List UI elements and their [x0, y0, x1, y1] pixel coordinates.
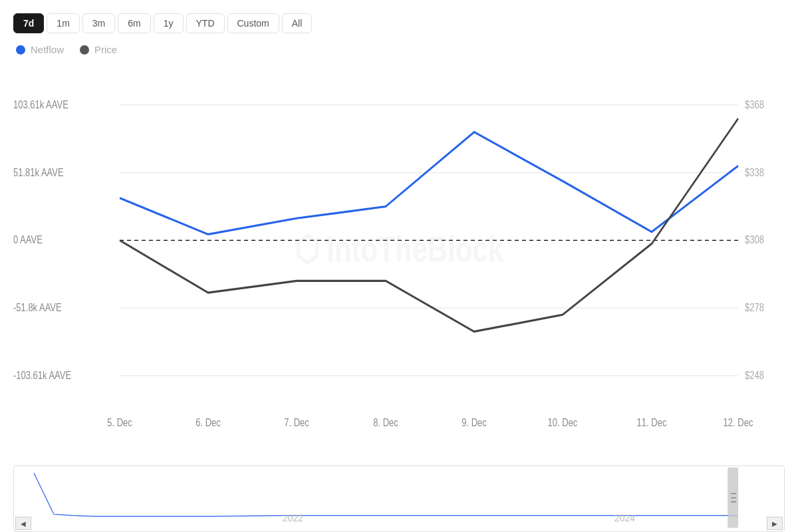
svg-text:12. Dec: 12. Dec	[724, 417, 753, 429]
svg-text:9. Dec: 9. Dec	[462, 417, 487, 429]
legend-item-netflow: Netflow	[16, 44, 64, 55]
svg-text:51.81k AAVE: 51.81k AAVE	[13, 166, 64, 178]
mini-chart: 2022 2024 ◀ ▶	[13, 466, 785, 532]
time-btn-7d[interactable]: 7d	[13, 13, 44, 33]
time-btn-3m[interactable]: 3m	[82, 13, 115, 33]
svg-text:⬡ IntoTheBlock: ⬡ IntoTheBlock	[295, 229, 504, 269]
svg-text:2024: 2024	[614, 512, 635, 523]
legend-label-price: Price	[94, 44, 117, 55]
price-line	[120, 118, 738, 331]
mini-chart-svg: 2022 2024	[14, 466, 784, 531]
svg-text:-51.8k AAVE: -51.8k AAVE	[13, 302, 62, 314]
chart-legend: NetflowPrice	[16, 44, 785, 55]
mini-netflow-line	[34, 473, 737, 516]
time-btn-6m[interactable]: 6m	[118, 13, 150, 33]
svg-text:10. Dec: 10. Dec	[548, 417, 578, 429]
legend-dot-price	[80, 45, 89, 55]
mini-chart-scroll-right[interactable]: ▶	[767, 517, 783, 530]
netflow-line	[120, 132, 738, 235]
mini-chart-scroll-left[interactable]: ◀	[15, 517, 31, 530]
time-btn-1m[interactable]: 1m	[47, 13, 79, 33]
svg-text:-103.61k AAVE: -103.61k AAVE	[13, 369, 71, 381]
svg-text:8. Dec: 8. Dec	[373, 417, 398, 429]
legend-label-netflow: Netflow	[31, 44, 64, 55]
svg-text:7. Dec: 7. Dec	[284, 417, 309, 429]
svg-text:0 AAVE: 0 AAVE	[13, 234, 43, 246]
svg-text:$248: $248	[745, 369, 764, 381]
legend-item-price: Price	[80, 44, 117, 55]
chart-svg-container: 103.61k AAVE 51.81k AAVE 0 AAVE -51.8k A…	[13, 71, 785, 460]
svg-text:5. Dec: 5. Dec	[107, 417, 132, 429]
time-btn-ytd[interactable]: YTD	[186, 13, 225, 33]
svg-text:2022: 2022	[283, 512, 303, 523]
time-btn-custom[interactable]: Custom	[227, 13, 279, 33]
svg-text:$278: $278	[745, 302, 764, 314]
time-btn-1y[interactable]: 1y	[154, 13, 184, 33]
svg-text:6. Dec: 6. Dec	[196, 417, 221, 429]
main-container: 7d1m3m6m1yYTDCustomAll NetflowPrice 103.…	[0, 0, 798, 532]
time-range-bar: 7d1m3m6m1yYTDCustomAll	[13, 13, 785, 33]
svg-text:11. Dec: 11. Dec	[637, 417, 667, 429]
legend-dot-netflow	[16, 45, 25, 55]
svg-text:$368: $368	[745, 99, 764, 111]
main-chart: 103.61k AAVE 51.81k AAVE 0 AAVE -51.8k A…	[13, 71, 785, 460]
svg-text:103.61k AAVE: 103.61k AAVE	[13, 99, 68, 111]
time-btn-all[interactable]: All	[282, 13, 313, 33]
svg-text:$338: $338	[745, 166, 764, 178]
chart-wrapper: 103.61k AAVE 51.81k AAVE 0 AAVE -51.8k A…	[13, 71, 785, 532]
svg-text:$308: $308	[745, 234, 764, 246]
main-chart-svg: 103.61k AAVE 51.81k AAVE 0 AAVE -51.8k A…	[13, 71, 785, 460]
